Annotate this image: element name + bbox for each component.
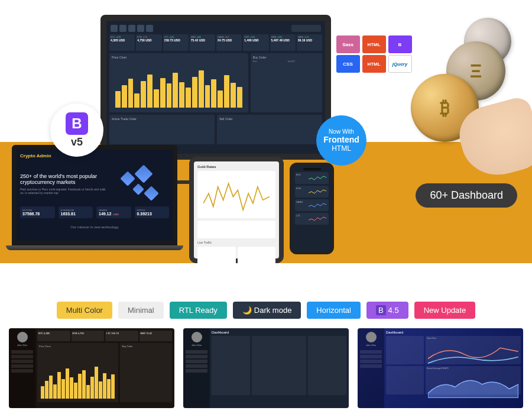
live-traffic-label: Live Traffic xyxy=(197,241,275,244)
frontend-html-badge: Now With Frontend HTML xyxy=(316,115,366,166)
multicolor-pill[interactable]: Multi Color xyxy=(57,302,112,319)
preview-main: Dashboard xyxy=(212,331,346,406)
line-chart xyxy=(197,171,275,218)
badge-line: HTML xyxy=(332,144,351,153)
area-chart-panel: Bitcoin Exchange ETH/BTC xyxy=(426,366,521,394)
data-table xyxy=(252,336,307,395)
preview-sidebar: John Doe xyxy=(183,328,210,408)
hero-section: BTC +3.2%4,305 USDETH -2.1%4,750 USDLTC … xyxy=(0,0,532,263)
badge-line: Now With xyxy=(329,128,354,135)
darkmode-pill[interactable]: 🌙Dark mode xyxy=(233,302,301,319)
phone-ticker[interactable]: BTC xyxy=(295,172,329,184)
ticker[interactable]: BTC +3.2%4,305 USD xyxy=(109,34,135,51)
sell-order-panel: Sell Order xyxy=(217,115,322,144)
page-title: Dashboard xyxy=(386,331,521,334)
tablet-preview: Gold Rates Live Traffic xyxy=(189,157,284,263)
dark-gold-preview[interactable]: John Doe BTC 4,305ETH 4,750LTC 159.73NEO… xyxy=(9,328,174,408)
bootstrap-icon: B xyxy=(66,112,88,135)
username: John Doe xyxy=(360,344,382,347)
main-title: Crypto Admin Dashboard Templates xyxy=(0,269,532,291)
feature-pills: Multi Color Minimal RTL Ready 🌙Dark mode… xyxy=(0,302,532,319)
phone-notch xyxy=(303,168,321,170)
dark-blue-preview[interactable]: John Doe Dashboard xyxy=(183,328,349,408)
ticker: ETH 4,750 xyxy=(72,331,105,341)
ticker[interactable]: XRP +2.0%1,406 USD xyxy=(243,34,268,51)
chart-area: Price Chart Buy Order PriceTotal BTC xyxy=(109,53,322,112)
laptop-base xyxy=(6,245,183,250)
horizontal-pill[interactable]: Horizontal xyxy=(307,302,361,319)
app-logo: Crypto Admin xyxy=(20,153,169,159)
preview-sidebar: John Doe xyxy=(358,328,384,408)
moon-icon: 🌙 xyxy=(242,306,252,315)
mini-charts xyxy=(197,221,275,238)
minimal-pill[interactable]: Minimal xyxy=(118,302,164,319)
crypto-stat: BITCOIN37586.78 xyxy=(20,206,55,218)
chart-title: Gold Rates xyxy=(197,165,275,169)
ticker: LTC 159.73 xyxy=(105,331,138,341)
gauge-panel xyxy=(386,336,424,364)
username: John Doe xyxy=(11,344,33,347)
panel-title: Active Trade Order xyxy=(112,117,212,121)
bootstrap5-badge: B v5 xyxy=(50,104,103,157)
rtl-pill[interactable]: RTL Ready xyxy=(170,302,227,319)
ticker: BTC 4,305 xyxy=(37,331,70,341)
ticker[interactable]: DASH -11%24.75 USD xyxy=(216,34,242,51)
toolbar-icon[interactable] xyxy=(137,25,144,32)
avatar xyxy=(17,332,28,342)
phone-ticker[interactable]: LTC xyxy=(295,213,329,225)
crypto-stat: ETHEREUM1633.81 xyxy=(59,206,93,218)
avatar xyxy=(192,332,202,342)
page-title: Dashboard xyxy=(212,331,346,334)
username: John Doe xyxy=(186,344,207,347)
hero-subtitle: Paid services to Peru multi-signatel. Fa… xyxy=(20,187,109,195)
active-trade-panel: Active Trade Order xyxy=(109,115,215,144)
ticker[interactable]: ETH -2.1%4,750 USD xyxy=(136,34,161,51)
laptop-screen: Crypto Admin 250+ of the world's most po… xyxy=(12,145,177,245)
panel-title: Sell Order xyxy=(219,117,320,121)
crypto-stat: GEMINI149.12 -1.8% xyxy=(96,206,131,218)
bootstrap-icon: B xyxy=(376,305,386,315)
mini-chart xyxy=(238,247,276,270)
toolbar-icon[interactable] xyxy=(146,25,153,32)
ticker[interactable]: LTC +1.8%159.73 USD xyxy=(163,34,189,51)
badge-line: Frontend xyxy=(323,135,359,144)
menu-icon[interactable] xyxy=(111,25,118,32)
crypto-stat: RIPPLE0.39213 xyxy=(135,206,170,218)
ticker[interactable]: XMR +3.6%5,497.49 USD xyxy=(270,34,296,51)
sass-badge: Sass xyxy=(336,35,360,53)
html-badge: HTML xyxy=(362,35,386,53)
line-chart-panel: Open Chart xyxy=(426,336,521,364)
bar-chart xyxy=(115,66,242,108)
price-tickers: BTC +3.2%4,305 USDETH -2.1%4,750 USDLTC … xyxy=(109,34,322,51)
chart-title: Price Chart xyxy=(112,56,246,59)
bootstrap-version: v5 xyxy=(71,136,83,148)
bs45-pill[interactable]: B 4.5 xyxy=(366,302,408,319)
preview-sidebar: John Doe xyxy=(9,328,35,408)
toolbar-icon[interactable] xyxy=(119,25,126,32)
css3-badge: CSS xyxy=(336,55,360,73)
html5-badge: HTML xyxy=(362,55,386,73)
data-panel xyxy=(308,336,346,395)
preview-main: BTC 4,305ETH 4,750LTC 159.73NEO 75.42 Pr… xyxy=(37,331,172,406)
new-update-pill[interactable]: New Update xyxy=(414,302,476,319)
crypto-stats-row: BITCOIN37586.78ETHEREUM1633.81GEMINI149.… xyxy=(20,206,169,218)
search-input[interactable] xyxy=(291,25,321,32)
price-chart: Price Chart xyxy=(37,343,118,402)
toolbar-icon[interactable] xyxy=(128,25,135,32)
hero-headline: 250+ of the world's most popular cryptoc… xyxy=(20,173,109,185)
ticker: NEO 75.42 xyxy=(140,331,173,341)
blue-gradient-preview[interactable]: John Doe Dashboard Open Chart Bitcoin Ex… xyxy=(358,328,523,408)
order-table: Buy Order xyxy=(120,343,172,402)
phone-ticker[interactable]: DASH xyxy=(295,199,329,211)
phone-ticker[interactable]: ETH xyxy=(295,186,329,198)
panel-title: Buy Order xyxy=(253,56,320,59)
buy-order-panel: Buy Order PriceTotal BTC xyxy=(251,53,322,112)
avatar xyxy=(366,332,377,342)
ticker[interactable]: NEM +1.1%39.19 USD xyxy=(297,34,322,51)
crypto-coins-image: Ξ ₿ xyxy=(402,15,526,169)
laptop-preview: Crypto Admin 250+ of the world's most po… xyxy=(12,145,177,251)
traffic-charts xyxy=(197,247,275,270)
ticker[interactable]: NEO +34%75.42 USD xyxy=(190,34,215,51)
phone-preview: BTCETHDASHLTC xyxy=(290,163,334,254)
stat-panel xyxy=(386,366,424,394)
